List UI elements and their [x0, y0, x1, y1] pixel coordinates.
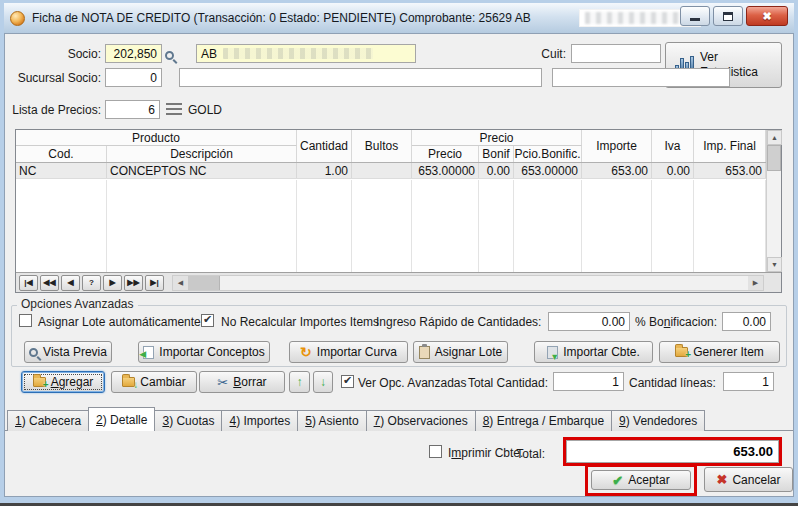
download-arrow-icon: ▼	[550, 352, 559, 362]
aceptar-button[interactable]: ✔ Aceptar	[591, 470, 691, 490]
minimize-button[interactable]	[680, 6, 710, 26]
importar-conceptos-button[interactable]: ◀ Importar Conceptos	[138, 341, 270, 363]
nav-first-button[interactable]: |◀	[19, 275, 38, 291]
cambiar-label: Cambiar	[140, 375, 185, 389]
import-arrow-icon: ◀	[139, 349, 146, 359]
lista-precios-input[interactable]: 6	[105, 100, 160, 119]
maximize-button[interactable]	[713, 6, 743, 26]
vista-previa-label: Vista Previa	[43, 345, 107, 359]
cancelar-label: Cancelar	[732, 473, 780, 487]
add-plus-icon: +	[43, 379, 49, 390]
move-up-button[interactable]: ↑	[289, 371, 310, 393]
cell-importe: 653.00	[582, 163, 652, 178]
ingreso-rapido-input[interactable]: 0.00	[548, 312, 630, 331]
scroll-up-button[interactable]: ▲	[767, 130, 782, 145]
tab-detalle[interactable]: 2) Detalle	[88, 407, 155, 431]
cancelar-button[interactable]: ✖ Cancelar	[704, 467, 793, 492]
cantidad-lineas-label: Cantidad líneas:	[629, 376, 716, 390]
no-recalcular-checkbox[interactable]	[201, 314, 214, 327]
tab-entrega-embarque[interactable]: 8) Entrega / Embarque	[475, 410, 612, 431]
table-row[interactable]: NC CONCEPTOS NC 1.00 653.00000 0.00 653.…	[16, 163, 766, 179]
opciones-avanzadas-legend: Opciones Avanzadas	[17, 297, 138, 311]
col-pcio-bonific[interactable]: Pcio.Bonific.	[514, 146, 582, 162]
socio-name-input[interactable]: AB	[196, 44, 416, 63]
vertical-scroll-thumb[interactable]	[767, 145, 781, 171]
titlebar: Ficha de NOTA DE CREDITO (Transacción: 0…	[4, 3, 794, 33]
socio-name-text: AB	[201, 47, 217, 61]
refresh-icon: ↻	[300, 345, 312, 359]
asignar-lote-auto-label[interactable]: Asignar Lote automáticamente	[38, 315, 201, 329]
aceptar-annotation-box: ✔ Aceptar	[585, 464, 697, 496]
col-cod[interactable]: Cod.	[16, 146, 107, 162]
cuit-input[interactable]	[571, 44, 661, 63]
bonificacion-label: % Bonificacion:	[635, 315, 717, 329]
nav-help-button[interactable]: ?	[82, 275, 101, 291]
bonificacion-input[interactable]: 0.00	[722, 312, 771, 331]
search-icon	[165, 51, 174, 60]
col-precio[interactable]: Precio	[412, 146, 479, 162]
tab-cabecera[interactable]: 1) Cabecera	[7, 410, 89, 431]
horizontal-scroll-thumb[interactable]	[188, 276, 220, 290]
total-annotation-box: 653.00	[563, 437, 782, 466]
asignar-lote-button[interactable]: Asignar Lote	[413, 341, 508, 363]
total-cantidad-input[interactable]: 1	[553, 372, 624, 391]
borrar-button[interactable]: ✂ Borrar	[199, 371, 285, 393]
col-bonif[interactable]: Bonif	[479, 146, 514, 162]
cell-cod: NC	[16, 163, 107, 178]
ver-opc-avanzadas-label[interactable]: Ver Opc. Avanzadas	[358, 376, 467, 390]
importar-curva-button[interactable]: ↻ Importar Curva	[289, 341, 408, 363]
items-table: Producto Precio Cod. Descripción Cantida…	[15, 129, 782, 293]
tab-vendedores[interactable]: 9) Vendedores	[611, 410, 705, 431]
cambiar-button[interactable]: ↓ Cambiar	[111, 371, 197, 393]
col-descripcion[interactable]: Descripción	[107, 146, 297, 162]
lista-precios-name: GOLD	[188, 103, 222, 117]
total-value-field[interactable]: 653.00	[566, 440, 779, 463]
generer-item-button[interactable]: + Generer Item	[659, 341, 780, 363]
nav-prev-button[interactable]: ◀	[61, 275, 80, 291]
col-cantidad[interactable]: Cantidad	[297, 130, 352, 162]
cell-cantidad: 1.00	[297, 163, 352, 178]
table-horizontal-scrollbar[interactable]: ◀ ▶	[172, 275, 764, 291]
no-recalcular-label[interactable]: No Recalcular Importes Items	[221, 315, 379, 329]
socio-extra-field-2[interactable]	[552, 68, 730, 87]
agregar-button[interactable]: + Agregar	[21, 371, 105, 393]
tab-cuotas[interactable]: 3) Cuotas	[154, 410, 222, 431]
col-iva[interactable]: Iva	[652, 130, 694, 162]
scroll-down-button[interactable]: ▼	[767, 257, 782, 272]
scissors-icon: ✂	[217, 375, 228, 390]
col-importe[interactable]: Importe	[582, 130, 652, 162]
nav-fast-next-button[interactable]: ▶▶	[124, 275, 143, 291]
col-bultos[interactable]: Bultos	[352, 130, 412, 162]
price-list-menu-icon[interactable]	[166, 103, 182, 115]
move-down-button[interactable]: ↓	[313, 371, 333, 393]
imprimir-cbte-checkbox[interactable]	[429, 445, 442, 458]
tab-importes[interactable]: 4) Importes	[221, 410, 298, 431]
asignar-lote-auto-checkbox[interactable]	[19, 314, 32, 327]
nav-fast-prev-button[interactable]: ◀◀	[40, 275, 59, 291]
nav-last-button[interactable]: ▶|	[145, 275, 164, 291]
bonificacion-label-post: ificacion:	[670, 315, 717, 329]
horizontal-scroll-track[interactable]	[220, 276, 748, 290]
socio-input[interactable]: 202,850	[105, 44, 162, 63]
sucursal-socio-input[interactable]: 0	[105, 68, 162, 87]
ver-opc-avanzadas-checkbox[interactable]	[341, 375, 354, 388]
cell-imp-final: 653.00	[694, 163, 766, 178]
vista-previa-button[interactable]: Vista Previa	[24, 341, 112, 363]
importar-cbte-button[interactable]: ▼ Importar Cbte.	[534, 341, 653, 363]
col-imp-final[interactable]: Imp. Final	[694, 130, 766, 162]
close-button[interactable]: ✖	[746, 6, 788, 26]
col-group-precio: Precio	[412, 130, 582, 146]
cantidad-lineas-input[interactable]: 1	[723, 372, 774, 391]
table-vertical-scrollbar[interactable]: ▲ ▼	[766, 130, 781, 272]
socio-extra-field-1[interactable]	[179, 68, 542, 87]
tab-asiento[interactable]: 5) Asiento	[297, 410, 366, 431]
nav-next-button[interactable]: ▶	[103, 275, 122, 291]
clipboard-icon	[419, 346, 430, 359]
hscroll-left-button[interactable]: ◀	[173, 276, 188, 290]
ingreso-rapido-label: Ingreso Rápido de Cantidades:	[376, 315, 541, 329]
cell-precio: 653.00000	[412, 163, 479, 178]
app-window: Ficha de NOTA DE CREDITO (Transacción: 0…	[0, 0, 798, 506]
hscroll-right-button[interactable]: ▶	[748, 276, 763, 290]
socio-search-button[interactable]	[165, 46, 185, 63]
tab-observaciones[interactable]: 7) Observaciones	[366, 410, 476, 431]
